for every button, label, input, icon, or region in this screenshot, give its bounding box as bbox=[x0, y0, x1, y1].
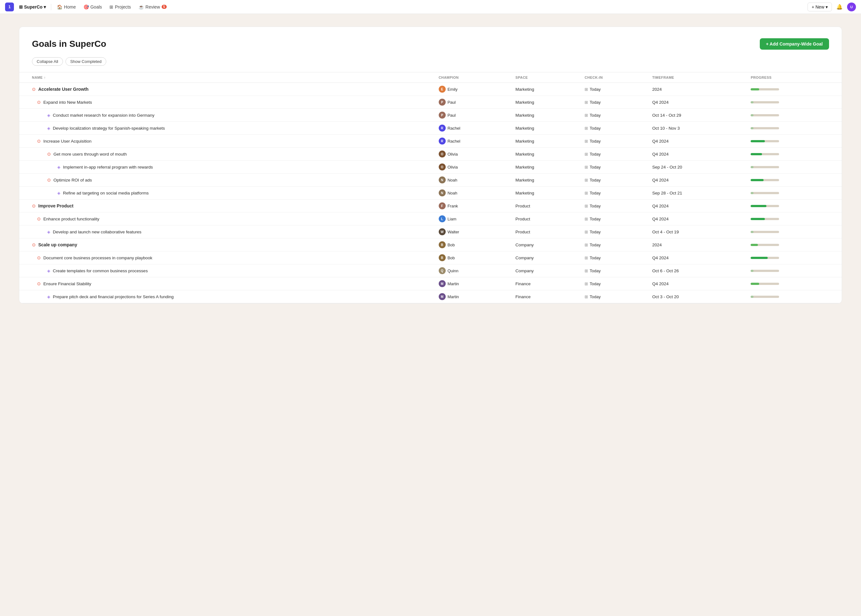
new-button[interactable]: + New ▾ bbox=[807, 3, 832, 11]
notifications-button[interactable]: 🔔 bbox=[834, 2, 845, 12]
calendar-icon: ⊞ bbox=[584, 294, 588, 299]
progress-bar-fill bbox=[751, 270, 754, 272]
table-row[interactable]: ◈ Refine ad targeting on social media pl… bbox=[19, 187, 842, 200]
goal-icon: ⊙ bbox=[37, 281, 41, 286]
checkin-cell: ⊞ Today bbox=[581, 122, 649, 135]
goal-icon: ⊙ bbox=[32, 86, 36, 92]
table-row[interactable]: ◈ Create templates for common business p… bbox=[19, 264, 842, 277]
user-avatar[interactable]: U bbox=[847, 3, 856, 11]
nav-home[interactable]: 🏠 Home bbox=[54, 3, 79, 11]
checkin-cell: ⊞ Today bbox=[581, 212, 649, 225]
name-label: Accelerate User Growth bbox=[38, 86, 88, 92]
table-row[interactable]: ◈ Prepare pitch deck and financial proje… bbox=[19, 290, 842, 303]
champion-cell: M Martin bbox=[435, 290, 512, 303]
table-row[interactable]: ⊙ Increase User Acquisition R Rachel Mar… bbox=[19, 135, 842, 148]
champion-name: Martin bbox=[448, 281, 459, 286]
nav-goals[interactable]: 🎯 Goals bbox=[80, 3, 105, 11]
nav-review[interactable]: ☕ Review 5 bbox=[135, 3, 170, 11]
table-row[interactable]: ⊙ Optimize ROI of ads N Noah Marketing ⊞… bbox=[19, 174, 842, 187]
champion-avatar: B bbox=[439, 241, 446, 248]
champion-name: Paul bbox=[448, 113, 456, 118]
champion-cell: F Frank bbox=[435, 200, 512, 212]
goal-icon: ⊙ bbox=[37, 138, 41, 143]
progress-bar-fill bbox=[751, 140, 765, 142]
progress-bar-bg bbox=[751, 257, 779, 259]
champion-name: Noah bbox=[448, 178, 457, 182]
table-row[interactable]: ◈ Develop localization strategy for Span… bbox=[19, 122, 842, 135]
space-cell: Company bbox=[512, 239, 581, 251]
checkin-value: Today bbox=[590, 281, 601, 286]
progress-bar-bg bbox=[751, 114, 779, 116]
nav-projects[interactable]: ⊞ Projects bbox=[106, 3, 134, 11]
task-icon: ◈ bbox=[47, 229, 50, 234]
table-row[interactable]: ⊙ Document core business processes in co… bbox=[19, 251, 842, 264]
col-name: NAME ↑ bbox=[19, 72, 435, 83]
timeframe-cell: 2024 bbox=[649, 83, 747, 96]
checkin-cell: ⊞ Today bbox=[581, 148, 649, 161]
name-cell: ⊙ Increase User Acquisition bbox=[19, 135, 435, 148]
champion-avatar: N bbox=[439, 189, 446, 196]
task-icon: ◈ bbox=[57, 165, 60, 170]
champion-avatar: Q bbox=[439, 267, 446, 274]
show-completed-button[interactable]: Show Completed bbox=[66, 57, 106, 66]
name-cell: ⊙ Accelerate User Growth bbox=[19, 83, 435, 96]
progress-bar-fill bbox=[751, 127, 754, 129]
collapse-all-button[interactable]: Collapse All bbox=[32, 57, 63, 66]
space-cell: Finance bbox=[512, 277, 581, 290]
champion-name: Bob bbox=[448, 256, 455, 260]
calendar-icon: ⊞ bbox=[584, 126, 588, 130]
checkin-value: Today bbox=[590, 269, 601, 273]
champion-cell: R Rachel bbox=[435, 122, 512, 135]
champion-avatar: R bbox=[439, 124, 446, 132]
table-row[interactable]: ◈ Implement in-app referral program with… bbox=[19, 161, 842, 174]
table-row[interactable]: ⊙ Enhance product functionality L Liam P… bbox=[19, 212, 842, 225]
timeframe-cell: Q4 2024 bbox=[649, 212, 747, 225]
col-timeframe: TIMEFRAME bbox=[649, 72, 747, 83]
table-row[interactable]: ⊙ Accelerate User Growth E Emily Marketi… bbox=[19, 83, 842, 96]
name-label: Increase User Acquisition bbox=[43, 139, 91, 143]
main-content: Goals in SuperCo + Add Company-Wide Goal… bbox=[0, 14, 861, 316]
checkin-cell: ⊞ Today bbox=[581, 239, 649, 251]
calendar-icon: ⊞ bbox=[584, 178, 588, 182]
review-icon: ☕ bbox=[139, 5, 144, 9]
app-logo[interactable]: 1 bbox=[5, 3, 14, 11]
space-cell: Marketing bbox=[512, 109, 581, 122]
name-cell: ⊙ Optimize ROI of ads bbox=[19, 174, 435, 187]
champion-name: Walter bbox=[448, 229, 459, 234]
workspace-name: SuperCo bbox=[24, 5, 42, 9]
timeframe-cell: Sep 28 - Oct 21 bbox=[649, 187, 747, 200]
table-row[interactable]: ⊙ Expand into New Markets P Paul Marketi… bbox=[19, 96, 842, 109]
progress-cell bbox=[747, 174, 842, 187]
champion-name: Rachel bbox=[448, 126, 460, 130]
table-row[interactable]: ⊙ Scale up company B Bob Company ⊞ Today… bbox=[19, 239, 842, 251]
add-company-wide-goal-button[interactable]: + Add Company-Wide Goal bbox=[760, 38, 829, 50]
workspace-selector[interactable]: ⊞ SuperCo ▾ bbox=[16, 3, 49, 11]
name-cell: ⊙ Expand into New Markets bbox=[19, 96, 435, 109]
progress-bar-fill bbox=[751, 218, 765, 220]
champion-name: Martin bbox=[448, 294, 459, 299]
name-cell: ◈ Implement in-app referral program with… bbox=[19, 161, 435, 174]
new-label: + New bbox=[812, 5, 824, 9]
table-row[interactable]: ◈ Conduct market research for expansion … bbox=[19, 109, 842, 122]
goal-icon: ⊙ bbox=[37, 255, 41, 260]
champion-avatar: O bbox=[439, 151, 446, 157]
champion-avatar: B bbox=[439, 254, 446, 261]
progress-bar-bg bbox=[751, 295, 779, 298]
table-row[interactable]: ◈ Develop and launch new collaborative f… bbox=[19, 225, 842, 239]
calendar-icon: ⊞ bbox=[584, 100, 588, 105]
timeframe-cell: Oct 6 - Oct 26 bbox=[649, 264, 747, 277]
progress-bar-fill bbox=[751, 179, 763, 181]
timeframe-cell: 2024 bbox=[649, 239, 747, 251]
col-progress: PROGRESS bbox=[747, 72, 842, 83]
checkin-value: Today bbox=[590, 256, 601, 260]
checkin-value: Today bbox=[590, 126, 601, 130]
table-row[interactable]: ⊙ Get more users through word of mouth O… bbox=[19, 148, 842, 161]
table-row[interactable]: ⊙ Ensure Financial Stability M Martin Fi… bbox=[19, 277, 842, 290]
space-cell: Company bbox=[512, 264, 581, 277]
avatar-initials: U bbox=[850, 5, 853, 9]
table-row[interactable]: ⊙ Improve Product F Frank Product ⊞ Toda… bbox=[19, 200, 842, 212]
champion-cell: B Bob bbox=[435, 251, 512, 264]
progress-cell bbox=[747, 96, 842, 109]
space-cell: Marketing bbox=[512, 96, 581, 109]
checkin-cell: ⊞ Today bbox=[581, 161, 649, 174]
